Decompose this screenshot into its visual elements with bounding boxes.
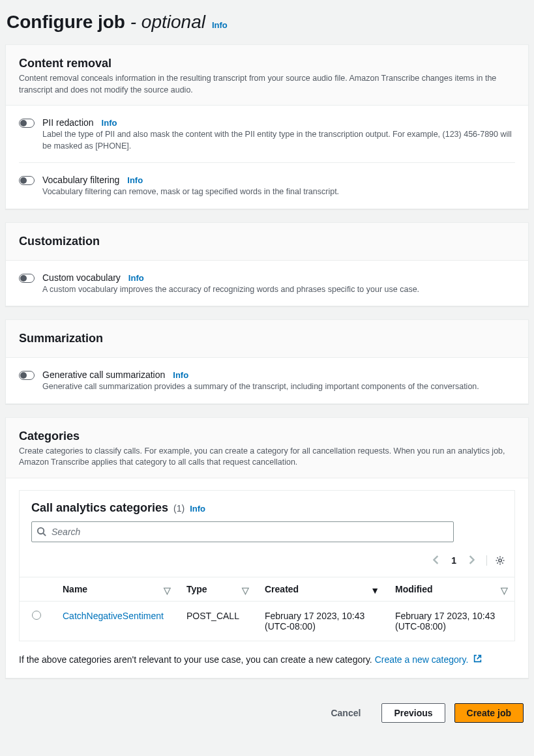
categories-search-input[interactable] [31,521,454,542]
row-name-link[interactable]: CatchNegativeSentiment [63,611,164,621]
pii-redaction-label: PII redaction [42,117,94,128]
custom-vocab-description: A custom vocabulary improves the accurac… [42,284,515,296]
col-name[interactable]: Name ▽ [53,577,177,601]
gen-summarization-row: Generative call summarization Info Gener… [19,358,515,403]
vocab-filtering-info[interactable]: Info [127,175,143,185]
page-title: Configure job - optional [7,12,205,33]
categories-header: Categories Create categories to classify… [6,418,528,478]
categories-table-container: Call analytics categories (1) Info 1 [19,490,515,641]
settings-gear-icon[interactable] [486,555,505,566]
custom-vocab-toggle[interactable] [19,274,35,283]
page-title-row: Configure job - optional Info [7,12,529,33]
page-number: 1 [451,555,456,566]
note-text: If the above categories aren't relevant … [19,654,375,665]
create-category-link[interactable]: Create a new category. [375,654,469,665]
categories-table-title: Call analytics categories [31,501,168,515]
row-created: February 17 2023, 10:43 (UTC-08:00) [256,601,386,641]
content-removal-title: Content removal [19,57,515,70]
footer-actions: Cancel Previous Create job [5,691,529,734]
create-job-button[interactable]: Create job [454,703,524,723]
sort-icon: ▽ [501,585,508,596]
categories-table-info[interactable]: Info [190,504,205,514]
gen-summarization-info[interactable]: Info [173,370,188,380]
customization-header: Customization [6,223,528,261]
page-title-optional: - optional [130,12,205,32]
sort-icon: ▽ [242,585,249,596]
page-next-icon[interactable] [466,554,477,568]
vocab-filtering-toggle[interactable] [19,176,35,185]
categories-description: Create categories to classify calls. For… [19,446,515,469]
vocab-filtering-label: Vocabulary filtering [42,175,119,185]
svg-point-2 [499,559,501,562]
categories-count: (1) [173,503,185,514]
pii-redaction-description: Label the type of PII and also mask the … [42,129,515,152]
summarization-title: Summarization [19,332,515,345]
row-modified: February 17 2023, 10:43 (UTC-08:00) [386,601,514,641]
previous-button[interactable]: Previous [381,703,445,723]
col-modified[interactable]: Modified ▽ [386,577,514,601]
content-removal-description: Content removal conceals information in … [19,73,515,96]
col-created[interactable]: Created ▼ [256,577,386,601]
table-row: CatchNegativeSentiment POST_CALL Februar… [20,601,514,641]
pii-redaction-toggle[interactable] [19,119,35,128]
customization-panel: Customization Custom vocabulary Info A c… [5,222,529,307]
vocab-filtering-description: Vocabulary filtering can remove, mask or… [42,186,515,198]
custom-vocab-label: Custom vocabulary [42,272,121,283]
content-removal-header: Content removal Content removal conceals… [6,45,528,106]
page-info-link[interactable]: Info [212,20,228,30]
cancel-button[interactable]: Cancel [319,704,372,722]
custom-vocab-info[interactable]: Info [128,273,144,283]
col-type[interactable]: Type ▽ [177,577,256,601]
page-prev-icon[interactable] [430,554,442,568]
page-title-main: Configure job [7,12,130,32]
sort-active-icon: ▼ [370,585,379,596]
row-radio[interactable] [32,611,41,620]
pii-redaction-info[interactable]: Info [102,118,117,128]
vocab-filtering-row: Vocabulary filtering Info Vocabulary fil… [19,162,515,209]
categories-panel: Categories Create categories to classify… [5,417,529,678]
gen-summarization-label: Generative call summarization [42,370,165,380]
gen-summarization-description: Generative call summarization provides a… [42,381,515,393]
pii-redaction-row: PII redaction Info Label the type of PII… [19,106,515,162]
gen-summarization-toggle[interactable] [19,371,35,380]
col-select [20,577,53,601]
content-removal-panel: Content removal Content removal conceals… [5,44,529,209]
row-type: POST_CALL [177,601,256,641]
categories-title: Categories [19,429,515,443]
summarization-header: Summarization [6,320,528,358]
categories-table: Name ▽ Type ▽ Created ▼ Modified [20,577,514,641]
summarization-panel: Summarization Generative call summarizat… [5,319,529,404]
custom-vocab-row: Custom vocabulary Info A custom vocabula… [19,261,515,306]
external-link-icon [473,654,482,665]
categories-note: If the above categories aren't relevant … [6,652,528,678]
customization-title: Customization [19,235,515,248]
sort-icon: ▽ [164,585,171,596]
